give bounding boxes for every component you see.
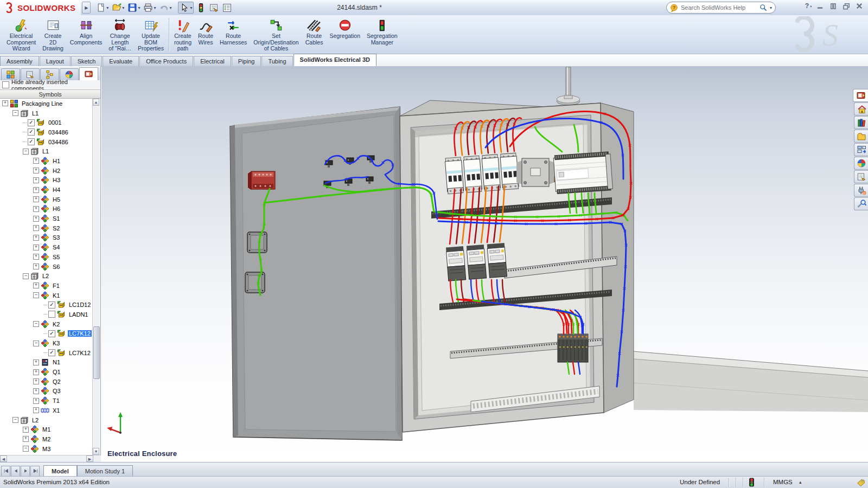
tree-item-q2[interactable]: +Q2 [0, 377, 93, 387]
close-window-button[interactable] [856, 2, 864, 10]
tree-item-h3[interactable]: +H3 [0, 176, 93, 185]
tab-motion-study-1[interactable]: Motion Study 1 [77, 465, 133, 477]
collapse-icon[interactable]: − [23, 149, 29, 155]
expand-icon[interactable]: + [33, 187, 39, 193]
tree-item-lc7k12[interactable]: ✓LC7K12 [0, 329, 93, 339]
dropdown-caret-icon[interactable]: ▾ [190, 5, 192, 10]
tree-item-s5[interactable]: +S5 [0, 252, 93, 262]
segregation-button[interactable]: Segregation [326, 17, 363, 41]
tree-item-k1[interactable]: −K1 [0, 291, 93, 300]
tree-item-packaging-line[interactable]: +Packaging Line [0, 99, 93, 108]
scroll-left-arrow[interactable]: ◀ [0, 455, 7, 462]
visibility-checkbox[interactable]: ✓ [48, 330, 55, 337]
expand-icon[interactable]: + [33, 225, 39, 231]
tab-sketch[interactable]: Sketch [71, 56, 103, 66]
tree-item-h5[interactable]: +H5 [0, 195, 93, 204]
expand-icon[interactable]: + [33, 254, 39, 260]
conveyor-line[interactable] [634, 351, 868, 412]
visibility-checkbox[interactable]: ✓ [48, 301, 55, 309]
tree-item-q1[interactable]: +Q1 [0, 367, 93, 377]
open-button[interactable]: ▾ [111, 2, 125, 13]
graphics-area[interactable]: Electrical Enclosure @ [101, 66, 868, 462]
expand-icon[interactable]: + [33, 196, 39, 202]
tree-item-0001[interactable]: ✓0001 [0, 118, 93, 127]
expand-icon[interactable]: + [33, 378, 39, 384]
tree-item-l1[interactable]: −L1 [0, 146, 93, 156]
tree-item-s2[interactable]: +S2 [0, 223, 93, 233]
tree-item-lc7k12[interactable]: ✓LC7K12 [0, 348, 93, 358]
expand-icon[interactable]: + [33, 388, 39, 394]
dropdown-caret-icon[interactable]: ▾ [154, 5, 156, 10]
tree-item-k2[interactable]: −K2 [0, 319, 93, 329]
taskpane-solidworks-resources-button[interactable] [854, 102, 868, 115]
tab-tubing[interactable]: Tubing [261, 56, 292, 66]
dropdown-caret-icon[interactable]: ▾ [106, 5, 108, 10]
collapse-icon[interactable]: − [23, 446, 29, 452]
taskpane-design-library-button[interactable] [854, 116, 868, 129]
collapse-icon[interactable]: − [12, 417, 18, 423]
door-relay[interactable] [248, 171, 275, 190]
expand-icon[interactable]: + [33, 177, 39, 183]
taskpane-file-explorer-button[interactable] [854, 130, 868, 143]
undo-button[interactable]: ▾ [158, 2, 173, 13]
tree-item-h6[interactable]: +H6 [0, 204, 93, 214]
tree-item-s6[interactable]: +S6 [0, 262, 93, 272]
collapse-icon[interactable]: − [33, 341, 39, 346]
tab-evaluate[interactable]: Evaluate [103, 56, 139, 66]
toolbar-expand-button[interactable]: ▶ [82, 2, 91, 14]
custom-properties-button[interactable] [208, 2, 220, 13]
tree-item-t1[interactable]: +T1 [0, 396, 93, 406]
taskpane-view-palette-button[interactable] [854, 143, 868, 156]
expand-icon[interactable]: + [33, 398, 39, 404]
3d-scene[interactable] [101, 66, 868, 462]
expand-icon[interactable]: + [33, 206, 39, 212]
tab-office-products[interactable]: Office Products [139, 56, 193, 66]
tree-item-q3[interactable]: +Q3 [0, 387, 93, 396]
tab-electrical[interactable]: Electrical [194, 56, 231, 66]
tab-solidworks-electrical-3d[interactable]: SolidWorks Electrical 3D [293, 54, 376, 66]
routing-path-button[interactable]: Create routing path [171, 17, 195, 53]
previous-tab-button[interactable] [11, 466, 20, 477]
tree-item-m3[interactable]: −M3 [0, 444, 93, 454]
tree-item-s1[interactable]: +S1 [0, 214, 93, 223]
tree-item-s3[interactable]: +S3 [0, 233, 93, 243]
tree-item-034486[interactable]: ✓034486 [0, 137, 93, 147]
taskpane-forum-button[interactable]: @ [854, 184, 868, 197]
expand-icon[interactable]: + [2, 100, 8, 106]
tree-item-s4[interactable]: +S4 [0, 242, 93, 252]
expand-icon[interactable]: + [33, 369, 39, 375]
set-origin-button[interactable]: Set Origin/Destination of Cables [250, 17, 302, 53]
dropdown-caret-icon[interactable]: ▾ [169, 5, 171, 10]
expand-icon[interactable]: + [23, 427, 29, 433]
motor-contactors[interactable] [446, 243, 507, 281]
visibility-checkbox[interactable]: ✓ [28, 119, 35, 126]
tree-item-l1[interactable]: −L1 [0, 108, 93, 118]
visibility-checkbox[interactable]: ✓ [48, 349, 55, 356]
expand-icon[interactable]: + [33, 407, 39, 413]
wizard-button[interactable]: Electrical Component Wizard [3, 17, 39, 53]
tab-piping[interactable]: Piping [232, 56, 261, 66]
tree-item-h2[interactable]: +H2 [0, 166, 93, 176]
restore-window-button[interactable] [843, 2, 851, 10]
hide-inserted-row[interactable]: Hide already inserted components [0, 80, 100, 89]
expand-icon[interactable]: + [33, 235, 39, 241]
expand-icon[interactable]: + [33, 168, 39, 174]
tree-item-m2[interactable]: +M2 [0, 434, 93, 444]
tree-item-l2[interactable]: −L2 [0, 271, 93, 281]
tree-item-034486[interactable]: ✓034486 [0, 127, 93, 137]
tree-vertical-scrollbar[interactable]: ▲ ▼ [92, 99, 100, 455]
plc-module[interactable] [553, 151, 613, 194]
route-wires-button[interactable]: Route Wires [195, 17, 216, 47]
taskpane-custom-properties-button[interactable] [854, 170, 868, 183]
last-tab-button[interactable] [30, 466, 40, 477]
search-input[interactable]: Search SolidWorks Help [681, 4, 757, 11]
taskpane-appearances-scenes-button[interactable] [854, 157, 868, 170]
expand-icon[interactable]: + [23, 436, 29, 442]
options-list-button[interactable] [221, 2, 233, 13]
route-cables-button[interactable]: Route Cables [302, 17, 327, 47]
segregation-manager-button[interactable]: Segregation Manager [363, 17, 401, 47]
collapse-icon[interactable]: − [23, 273, 29, 279]
tree-item-lc1d12[interactable]: ✓LC1D12 [0, 300, 93, 310]
update-bom-button[interactable]: Update BOM Properties [135, 17, 167, 53]
units-caret-icon[interactable]: ▴ [799, 479, 802, 485]
